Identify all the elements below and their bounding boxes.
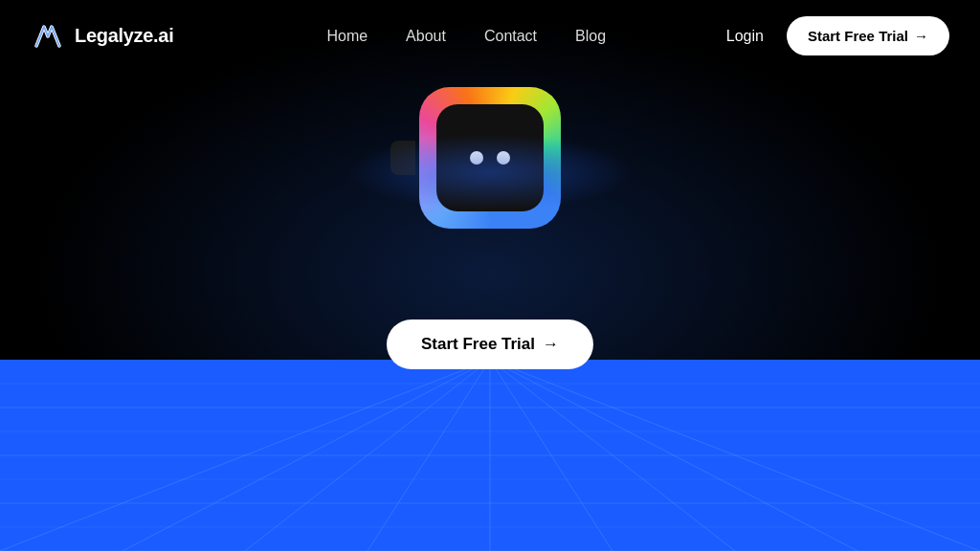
logo-text: Legalyze.ai <box>75 25 173 47</box>
grid-svg <box>0 360 980 551</box>
nav-contact[interactable]: Contact <box>484 28 537 45</box>
nav-home[interactable]: Home <box>326 28 368 45</box>
nav-about[interactable]: About <box>406 28 446 45</box>
logo[interactable]: Legalyze.ai <box>31 19 173 54</box>
floor-glow <box>346 134 634 210</box>
nav-links: Home About Contact Blog <box>326 28 606 45</box>
logo-icon <box>31 19 65 54</box>
nav-right: Login Start Free Trial → <box>726 16 949 55</box>
hero-trial-button[interactable]: Start Free Trial → <box>387 320 593 369</box>
nav-trial-arrow: → <box>914 28 928 44</box>
nav-trial-label: Start Free Trial <box>808 28 908 44</box>
hero-trial-label: Start Free Trial <box>421 335 535 354</box>
nav-blog[interactable]: Blog <box>575 28 606 45</box>
hero-trial-arrow: → <box>543 335 559 354</box>
navbar: Legalyze.ai Home About Contact Blog Logi… <box>0 0 980 72</box>
floor-section <box>0 360 980 551</box>
nav-trial-button[interactable]: Start Free Trial → <box>787 16 949 55</box>
login-button[interactable]: Login <box>726 28 764 45</box>
